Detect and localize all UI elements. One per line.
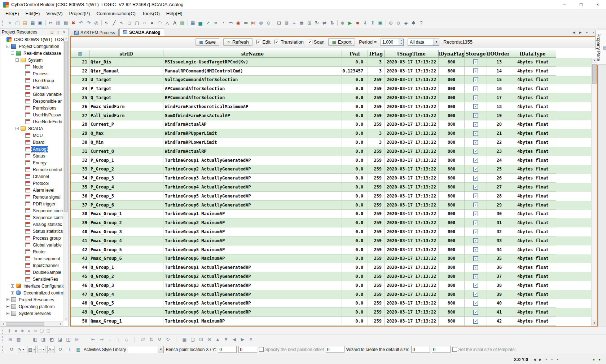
minimize-button[interactable]: ─ xyxy=(556,0,573,9)
table-row[interactable]: 41 Pmax_Group_4 TurbineGroup4 MaximumAP … xyxy=(71,236,591,245)
spin-down-icon[interactable] xyxy=(399,42,403,45)
move-up-icon[interactable]: ▲ xyxy=(214,336,222,343)
storage-checkbox[interactable] xyxy=(473,176,478,181)
circle-tool-icon[interactable]: ● xyxy=(148,19,156,27)
tree-item[interactable]: Board xyxy=(0,139,63,146)
menu-item[interactable]: Help(H) xyxy=(163,10,186,17)
tree-vertical-scrollbar[interactable] xyxy=(63,36,68,321)
table-row[interactable]: 31 Current_Q WindFarmActualRP 0.0 259 20… xyxy=(71,147,591,156)
ungroup-objects-icon[interactable]: ⊠ xyxy=(205,336,214,343)
tree-item[interactable]: Responsible ar xyxy=(0,98,63,105)
tree-item[interactable]: Process group xyxy=(0,235,63,241)
tree-expander-icon[interactable]: - xyxy=(6,45,9,48)
bench-y-input[interactable] xyxy=(238,346,257,353)
center-horizontal-icon[interactable]: ◫ xyxy=(64,336,73,343)
style-grid-icon[interactable]: ▦ xyxy=(75,346,82,353)
tab-list-icon[interactable]: ▾ xyxy=(584,30,590,35)
toolbar-icon[interactable] xyxy=(100,19,103,27)
storage-checkbox[interactable] xyxy=(473,113,478,118)
table-row[interactable]: 33 P_Group_2 TurbineGroup2 ActuallyGener… xyxy=(71,165,591,174)
table-row[interactable]: 50 Qmax_Group_1 TurbineGroup1 MaximumRP … xyxy=(71,317,591,326)
tree-item[interactable]: InputChannel xyxy=(0,262,63,269)
rotate-left-icon[interactable]: ↺ xyxy=(155,336,164,343)
toolbar-icon[interactable] xyxy=(384,19,387,27)
toolbar-icon[interactable] xyxy=(186,19,189,27)
button-widget-icon[interactable]: ▭ xyxy=(227,19,234,27)
table-row[interactable]: 21 Qtar_Dis MSIssueLogic-UsedTargetRPCmd… xyxy=(71,58,591,67)
menu-item[interactable]: File(F) xyxy=(2,10,22,17)
table-row[interactable]: 23 U_Target VoltageCommandAfterSelection… xyxy=(71,76,591,85)
scroll-right-icon[interactable]: ▶ xyxy=(537,357,543,363)
storage-checkbox[interactable] xyxy=(473,203,478,207)
storage-checkbox[interactable] xyxy=(473,96,478,100)
rect-tool-icon[interactable]: □ xyxy=(126,19,133,27)
pointer-tool-icon[interactable]: ↖ xyxy=(103,19,110,27)
float-panel-icon[interactable]: ⊡ xyxy=(49,30,54,35)
storage-checkbox[interactable] xyxy=(473,256,478,261)
period-input[interactable] xyxy=(381,39,399,45)
tree-item[interactable]: Status statistics xyxy=(0,228,63,235)
tree-item[interactable]: Channel xyxy=(0,173,63,180)
storage-checkbox[interactable] xyxy=(473,319,478,324)
close-panel-icon[interactable]: × xyxy=(62,30,67,35)
wizard-width-input[interactable] xyxy=(411,346,430,353)
undo-icon[interactable]: ↶ xyxy=(77,19,85,27)
lamp-widget-icon[interactable]: ◉ xyxy=(234,19,242,27)
tree-item[interactable]: UserNodeForbi xyxy=(0,118,63,125)
table-row[interactable]: 46 Q_Group_3 TurbineGroup3 ActuallyGener… xyxy=(71,281,591,290)
nudge-left-icon[interactable]: ◀ xyxy=(230,336,238,343)
tree-item[interactable]: Router xyxy=(0,248,63,255)
monitor-icon[interactable]: ▣ xyxy=(377,19,384,27)
text-tool-icon[interactable]: A xyxy=(171,19,179,27)
chevron-down-icon[interactable] xyxy=(433,39,439,45)
curve-widget-icon[interactable]: ≈ xyxy=(212,19,219,27)
tree-item[interactable]: Sequence contr xyxy=(0,214,63,221)
layer-chip-icon[interactable]: ▪ xyxy=(543,357,549,363)
storage-checkbox[interactable] xyxy=(473,185,478,190)
move-down-icon[interactable]: ▼ xyxy=(222,336,230,343)
equal-spacing-icon[interactable]: ≡ xyxy=(247,336,255,343)
storage-checkbox[interactable] xyxy=(473,283,478,288)
checkbox-icon[interactable] xyxy=(308,40,312,44)
tab-system-process[interactable]: SYSTEM.Process xyxy=(71,29,119,36)
table-row[interactable]: 48 Q_Group_5 TurbineGroup5 ActuallyGener… xyxy=(71,299,591,308)
column-header-iioorder[interactable]: iIOOrder xyxy=(487,50,509,58)
flip-horizontal-icon[interactable]: ⇄ xyxy=(139,336,147,343)
new-file-icon[interactable]: ▢ xyxy=(14,19,21,27)
select-all-header[interactable] xyxy=(71,50,89,58)
storage-checkbox[interactable] xyxy=(473,158,478,163)
scroll-right-icon[interactable] xyxy=(59,322,63,326)
tab-scroll-right-icon[interactable]: ▶ xyxy=(578,30,583,35)
wizard-icon[interactable]: ✳ xyxy=(6,19,14,27)
tree-item[interactable]: Global variable xyxy=(0,91,63,98)
table-row[interactable]: 49 Q_Group_6 TurbineGroup6 ActuallyGener… xyxy=(71,308,591,317)
toolbar-icon[interactable] xyxy=(336,19,339,27)
tree-item[interactable]: MCU xyxy=(0,132,63,139)
tree-expander-icon[interactable]: + xyxy=(11,284,14,288)
tree-item[interactable]: Process xyxy=(0,70,63,77)
refresh-button[interactable]: ↻ Refresh xyxy=(223,38,252,46)
help-icon[interactable]: ? xyxy=(417,19,425,27)
image-tool-icon[interactable]: ▨ xyxy=(179,19,186,27)
layers-icon[interactable]: ≣ xyxy=(298,19,306,27)
fill-color-icon[interactable]: ▨ xyxy=(27,346,36,353)
table-row[interactable]: 29 Q_Max WindFarmRPUpperLimit 0.0 3 2020… xyxy=(71,129,591,138)
gauge-widget-icon[interactable]: ◔ xyxy=(219,19,227,27)
tree-expander-icon[interactable]: - xyxy=(16,58,19,62)
polygon-tool-icon[interactable]: △ xyxy=(163,19,171,27)
storage-checkbox[interactable] xyxy=(473,140,478,145)
column-header-idatatype[interactable]: iDataType xyxy=(509,50,556,58)
compile-icon[interactable]: ⊛ xyxy=(339,19,346,27)
toolbar-grip[interactable] xyxy=(2,20,4,26)
group-objects-icon[interactable]: ⊡ xyxy=(197,336,205,343)
save-icon[interactable]: ▦ xyxy=(29,19,36,27)
column-header-strid[interactable]: strID xyxy=(89,50,163,58)
wizard-height-input[interactable] xyxy=(432,346,451,353)
toolbar-icon[interactable] xyxy=(44,19,47,27)
tree-expander-icon[interactable]: + xyxy=(6,298,9,301)
storage-checkbox[interactable] xyxy=(473,68,478,73)
flip-vertical-icon[interactable]: ⇅ xyxy=(328,19,336,27)
zoom-out-icon[interactable]: ⊖ xyxy=(395,19,402,27)
scroll-left-icon[interactable]: ◀ xyxy=(532,357,537,363)
offset-checkbox-group[interactable]: Specify the next position offset xyxy=(259,347,324,352)
